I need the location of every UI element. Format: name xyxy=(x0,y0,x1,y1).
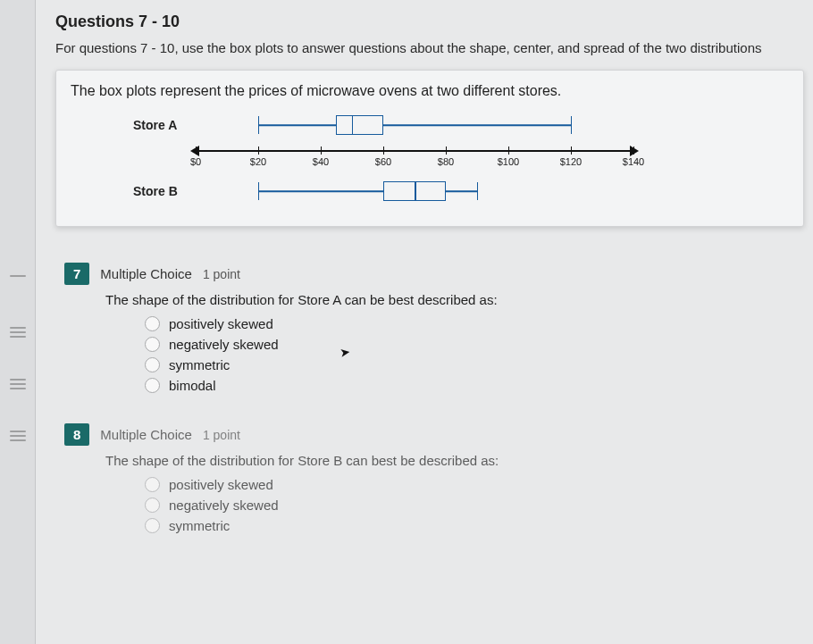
nav-icon xyxy=(10,327,26,338)
question-type: Multiple Choice xyxy=(100,427,192,442)
radio-icon xyxy=(145,498,160,513)
cursor-icon: ➤ xyxy=(339,344,351,360)
option[interactable]: positively skewed xyxy=(145,477,804,492)
tick-label: $120 xyxy=(560,156,582,167)
option-label: negatively skewed xyxy=(169,498,279,513)
option[interactable]: symmetric xyxy=(145,357,804,372)
tick-label: $140 xyxy=(623,156,644,167)
question-type: Multiple Choice xyxy=(100,266,192,281)
x-axis: $0 $20 $40 $60 $80 $100 $120 $140 xyxy=(196,142,633,172)
option-label: bimodal xyxy=(169,378,216,393)
series-label-a: Store A xyxy=(133,118,196,132)
option[interactable]: positively skewed xyxy=(145,316,804,331)
nav-icon xyxy=(10,431,26,441)
tick-label: $0 xyxy=(190,156,201,167)
option[interactable]: negatively skewed xyxy=(145,498,804,513)
option-label: symmetric xyxy=(169,357,230,372)
prompt-box: The box plots represent the prices of mi… xyxy=(55,70,804,227)
option[interactable]: symmetric xyxy=(145,518,804,533)
boxplot-a xyxy=(196,112,633,138)
series-label-b: Store B xyxy=(133,184,196,198)
section-title: Questions 7 - 10 xyxy=(55,13,804,31)
section-description: For questions 7 - 10, use the box plots … xyxy=(55,40,804,55)
tick-label: $20 xyxy=(250,156,266,167)
nav-icon xyxy=(10,275,26,286)
nav-icon xyxy=(10,379,26,389)
option[interactable]: bimodal xyxy=(145,378,804,393)
radio-icon xyxy=(145,337,160,352)
question-text: The shape of the distribution for Store … xyxy=(105,292,804,307)
tick-label: $40 xyxy=(313,156,329,167)
radio-icon xyxy=(145,477,160,492)
question-8: 8 Multiple Choice 1 point The shape of t… xyxy=(64,423,804,533)
boxplot-b xyxy=(196,178,633,205)
question-points: 1 point xyxy=(203,428,240,442)
question-number-badge: 8 xyxy=(64,423,89,446)
option-label: symmetric xyxy=(169,518,230,533)
radio-icon xyxy=(145,357,160,372)
option-label: positively skewed xyxy=(169,316,273,331)
option-label: positively skewed xyxy=(169,477,273,492)
tick-label: $60 xyxy=(375,156,391,167)
question-points: 1 point xyxy=(203,267,240,281)
content-area: Questions 7 - 10 For questions 7 - 10, u… xyxy=(43,0,813,564)
tick-label: $80 xyxy=(438,156,454,167)
tick-label: $100 xyxy=(498,156,519,167)
option-label: negatively skewed xyxy=(169,337,279,352)
radio-icon xyxy=(145,518,160,533)
prompt-text: The box plots represent the prices of mi… xyxy=(71,83,789,99)
radio-icon xyxy=(145,316,160,331)
question-7: 7 Multiple Choice 1 point The shape of t… xyxy=(64,263,804,393)
left-gutter xyxy=(0,0,36,644)
boxplot-chart: Store A $0 $20 $40 $60 $80 xyxy=(133,112,633,205)
radio-icon xyxy=(145,378,160,393)
question-text: The shape of the distribution for Store … xyxy=(105,453,804,468)
option[interactable]: negatively skewed xyxy=(145,337,804,352)
question-number-badge: 7 xyxy=(64,263,89,285)
